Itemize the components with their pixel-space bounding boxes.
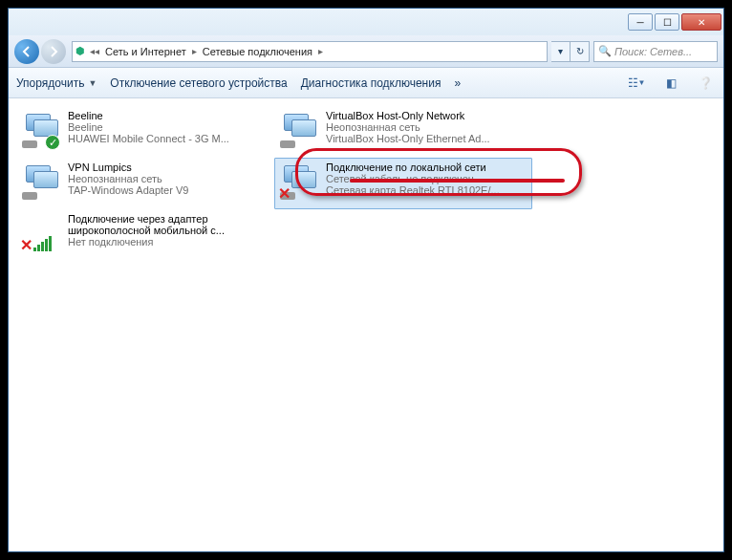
minimize-button[interactable]: ─: [628, 13, 653, 31]
connection-title: VirtualBox Host-Only Network: [326, 110, 490, 121]
search-icon: 🔍: [598, 45, 612, 57]
connection-device: Сетевая карта Realtek RTL8102E/...: [326, 184, 500, 196]
connection-device: TAP-Windows Adapter V9: [68, 184, 188, 196]
navigation-bar: ⬢ ◂◂ Сеть и Интернет ▸ Сетевые подключен…: [9, 35, 723, 68]
breadcrumb-separator-icon: ◂◂: [88, 46, 101, 56]
status-ok-icon: ✓: [45, 135, 60, 150]
connection-device: VirtualBox Host-Only Ethernet Ad...: [326, 133, 490, 144]
network-icon: [278, 110, 318, 150]
preview-pane-button[interactable]: ◧: [660, 73, 681, 94]
back-button[interactable]: [14, 39, 39, 64]
connection-title: VPN Lumpics: [68, 162, 188, 173]
connection-title: Beeline: [68, 110, 229, 121]
connection-status: Нет подключения: [68, 236, 270, 248]
breadcrumb-root[interactable]: Сеть и Интернет: [101, 46, 190, 57]
help-button[interactable]: ❔: [695, 73, 716, 94]
address-dropdown[interactable]: ▾: [551, 41, 571, 62]
network-icon: ✕: [278, 162, 318, 202]
network-icon: ✓: [20, 110, 60, 150]
address-bar[interactable]: ⬢ ◂◂ Сеть и Интернет ▸ Сетевые подключен…: [72, 41, 548, 62]
connection-status: Неопознанная сеть: [68, 173, 188, 184]
disable-device-button[interactable]: Отключение сетевого устройства: [110, 76, 287, 90]
arrow-left-icon: [21, 46, 32, 57]
signal-bars-icon: [33, 236, 52, 251]
connection-status: Неопознанная сеть: [326, 121, 490, 133]
content-area: ✓ Beeline Beeline HUAWEI Mobile Connect …: [9, 98, 723, 551]
chevron-right-icon: ▸: [316, 46, 325, 56]
status-error-icon: ✕: [278, 188, 291, 202]
command-bar: Упорядочить ▼ Отключение сетевого устрой…: [9, 68, 723, 98]
close-button[interactable]: ✕: [681, 13, 721, 31]
connection-item[interactable]: ✓ Beeline Beeline HUAWEI Mobile Connect …: [16, 106, 274, 158]
titlebar: ─ ☐ ✕: [9, 9, 723, 35]
connection-device: HUAWEI Mobile Connect - 3G M...: [68, 133, 229, 144]
forward-button[interactable]: [41, 39, 66, 64]
view-button[interactable]: ☷ ▼: [626, 73, 647, 94]
connection-title: Подключение через адаптер широкополосной…: [68, 213, 270, 236]
overflow-button[interactable]: »: [454, 76, 461, 90]
connection-item[interactable]: VPN Lumpics Неопознанная сеть TAP-Window…: [16, 158, 274, 209]
connection-item[interactable]: VirtualBox Host-Only Network Неопознанна…: [274, 106, 532, 158]
search-placeholder: Поиск: Сетев...: [614, 46, 692, 57]
arrow-right-icon: [48, 46, 59, 57]
connection-status: Сетевой кабель не подключен: [326, 173, 500, 184]
diagnose-button[interactable]: Диагностика подключения: [301, 76, 441, 90]
organize-button[interactable]: Упорядочить ▼: [16, 76, 97, 90]
refresh-button[interactable]: ↻: [571, 41, 590, 62]
search-input[interactable]: 🔍 Поиск: Сетев...: [593, 41, 718, 62]
chevron-right-icon: ▸: [190, 46, 199, 56]
network-location-icon: ⬢: [73, 45, 88, 57]
status-error-icon: ✕: [20, 240, 33, 253]
breadcrumb-current[interactable]: Сетевые подключения: [199, 46, 316, 57]
connection-item[interactable]: ✕ Подключение через адаптер широкополосн…: [16, 209, 274, 261]
network-icon: [20, 162, 60, 202]
network-icon: ✕: [20, 213, 60, 253]
connection-title: Подключение по локальной сети: [326, 162, 500, 173]
connection-status: Beeline: [68, 121, 229, 133]
connection-item-selected[interactable]: ✕ Подключение по локальной сети Сетевой …: [274, 158, 532, 209]
maximize-button[interactable]: ☐: [655, 13, 679, 31]
explorer-window: ─ ☐ ✕ ⬢ ◂◂ Сеть и Интернет ▸ Сетевые под…: [8, 8, 724, 552]
chevron-down-icon: ▼: [88, 78, 97, 88]
